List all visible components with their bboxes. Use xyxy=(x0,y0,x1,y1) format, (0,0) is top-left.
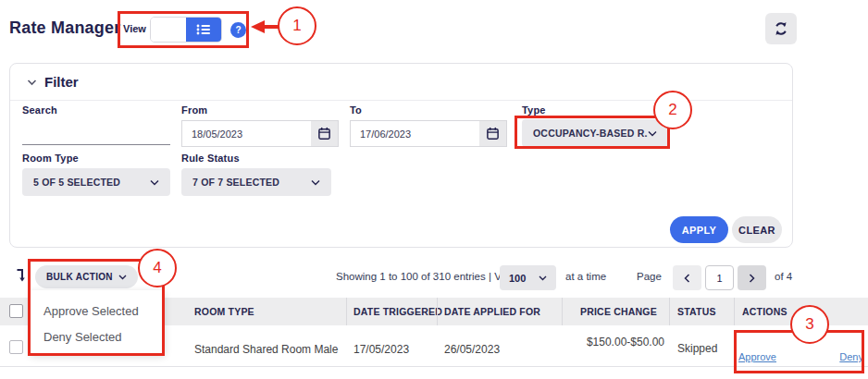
cell-status: Skipped xyxy=(677,342,717,355)
column-header-date-triggered[interactable]: DATE TRIGGERED xyxy=(353,306,442,317)
showing-entries-text: Showing 1 to 100 of 310 entries | View xyxy=(336,271,517,282)
type-label: Type xyxy=(522,104,546,116)
cell-price-change: $150.00-$50.00 xyxy=(562,336,664,348)
page-label: Page xyxy=(637,271,662,282)
to-label: To xyxy=(350,104,362,116)
page-number-input[interactable] xyxy=(705,265,734,290)
of-pages-label: of 4 xyxy=(775,271,792,282)
room-type-label: Room Type xyxy=(22,153,79,164)
type-select[interactable]: OCCUPANCY-BASED R... xyxy=(522,119,668,147)
annotation-arrow-1 xyxy=(251,20,265,33)
column-header-price-change[interactable]: PRICE CHANGE xyxy=(580,306,657,317)
filter-panel-header[interactable]: Filter xyxy=(10,64,792,101)
chevron-down-icon xyxy=(648,130,657,137)
approve-link[interactable]: Approve xyxy=(738,351,776,362)
search-label: Search xyxy=(22,104,57,116)
at-a-time-label: at a time xyxy=(565,271,606,282)
cell-date-triggered: 17/05/2023 xyxy=(353,343,409,356)
to-date-field xyxy=(350,120,507,147)
prev-page-button[interactable] xyxy=(673,265,701,290)
page-size-select[interactable]: 100 xyxy=(500,265,556,290)
rule-status-label: Rule Status xyxy=(181,153,240,164)
view-toggle-calendar-segment[interactable] xyxy=(151,18,186,42)
apply-button[interactable]: APPLY xyxy=(670,216,728,243)
page-size-value: 100 xyxy=(509,273,526,284)
filter-title: Filter xyxy=(44,74,79,90)
to-calendar-button[interactable] xyxy=(479,120,507,147)
room-type-select[interactable]: 5 OF 5 SELECTED xyxy=(22,168,170,196)
list-icon xyxy=(196,23,211,36)
row-checkbox[interactable] xyxy=(9,340,23,354)
annotation-callout-4: 4 xyxy=(138,249,177,287)
page-title: Rate Manager xyxy=(9,18,120,38)
rate-manager-page: Rate Manager View ? xyxy=(0,0,868,379)
from-label: From xyxy=(181,104,207,116)
annotation-arrow-1-line xyxy=(264,25,281,29)
view-toggle[interactable] xyxy=(150,17,222,43)
cell-room-type: Standard Shared Room Male xyxy=(194,343,338,356)
chevron-down-icon xyxy=(539,275,547,281)
help-icon[interactable]: ? xyxy=(230,22,246,38)
column-header-date-applied-for[interactable]: DATE APPLIED FOR xyxy=(444,306,540,317)
next-page-button[interactable] xyxy=(738,265,766,290)
deny-link[interactable]: Deny xyxy=(828,351,863,362)
search-input[interactable] xyxy=(22,123,170,145)
calendar-icon xyxy=(317,127,331,141)
column-divider xyxy=(734,298,735,325)
cell-date-applied-for: 26/05/2023 xyxy=(444,343,500,356)
refresh-button[interactable] xyxy=(765,13,797,44)
column-header-status[interactable]: STATUS xyxy=(677,306,716,317)
select-all-checkbox[interactable] xyxy=(9,304,23,318)
calendar-icon xyxy=(486,127,500,141)
bulk-action-label: BULK ACTION xyxy=(46,272,113,282)
column-header-room-type[interactable]: ROOM TYPE xyxy=(194,306,254,317)
annotation-callout-1: 1 xyxy=(278,6,316,45)
chevron-down-icon xyxy=(311,179,320,186)
filter-panel: Filter Search From To xyxy=(9,63,793,248)
room-type-select-value: 5 OF 5 SELECTED xyxy=(33,177,120,188)
rule-status-select-value: 7 OF 7 SELECTED xyxy=(192,177,279,188)
view-toggle-label: View xyxy=(123,23,146,34)
type-select-value: OCCUPANCY-BASED R... xyxy=(533,128,648,139)
column-divider xyxy=(669,298,670,325)
column-divider xyxy=(562,298,563,325)
chevron-down-icon xyxy=(27,79,37,86)
view-toggle-list-segment[interactable] xyxy=(186,18,221,42)
from-date-field xyxy=(181,120,339,147)
chevron-left-icon xyxy=(684,274,690,283)
from-calendar-button[interactable] xyxy=(311,120,339,147)
bulk-action-button[interactable]: BULK ACTION xyxy=(35,265,138,288)
sync-icon xyxy=(774,21,788,36)
menu-item-approve-selected[interactable]: Approve Selected xyxy=(31,298,165,324)
sort-level-down-icon[interactable] xyxy=(15,268,26,283)
column-divider xyxy=(346,298,347,325)
chevron-down-icon xyxy=(118,275,127,280)
rule-status-select[interactable]: 7 OF 7 SELECTED xyxy=(181,168,331,196)
chevron-right-icon xyxy=(749,274,755,283)
clear-button[interactable]: CLEAR xyxy=(732,216,782,243)
menu-item-deny-selected[interactable]: Deny Selected xyxy=(31,324,165,349)
column-header-actions[interactable]: ACTIONS xyxy=(742,306,787,317)
column-divider xyxy=(437,298,438,325)
to-date-input[interactable] xyxy=(350,120,479,147)
chevron-down-icon xyxy=(150,179,159,186)
bulk-action-menu: Approve Selected Deny Selected xyxy=(31,290,165,355)
from-date-input[interactable] xyxy=(181,120,311,147)
